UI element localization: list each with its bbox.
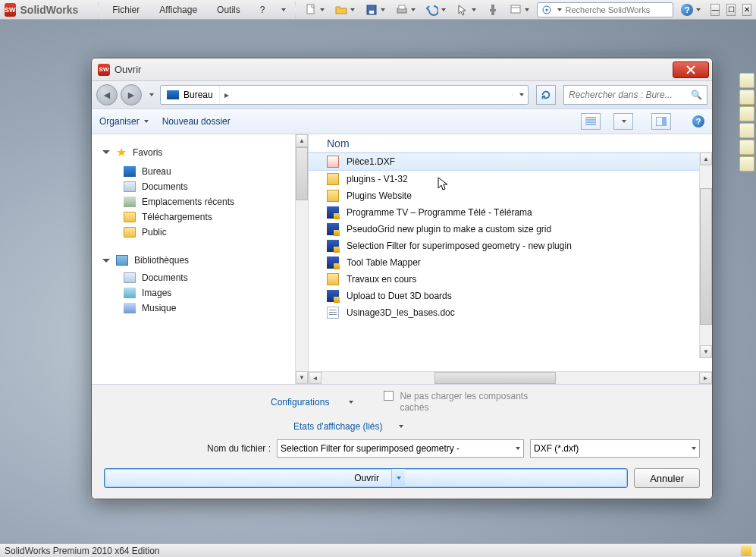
file-row[interactable]: Travaux en cours [309, 271, 712, 288]
scroll-track[interactable] [322, 372, 699, 384]
file-row[interactable]: Pièce1.DXF [309, 153, 712, 171]
files-hscrollbar[interactable]: ◄ ► [309, 371, 712, 384]
tree-group-favorites[interactable]: ★ Favoris [102, 145, 305, 159]
options-button[interactable] [507, 2, 532, 17]
taskpane-appearances-icon[interactable] [739, 140, 754, 155]
dialog-search-input[interactable] [569, 90, 688, 100]
dont-load-hidden-checkbox[interactable]: Ne pas charger les composants cachés [384, 391, 529, 414]
taskpane-custom-props-icon[interactable] [739, 156, 754, 172]
window-restore-button[interactable]: ☐ [726, 4, 736, 16]
cancel-button[interactable]: Annuler [634, 468, 700, 488]
taskpane-view-palette-icon[interactable] [739, 123, 754, 138]
svg-rect-5 [491, 5, 494, 9]
window-close-button[interactable]: ✕ [742, 4, 751, 16]
change-view-dropdown[interactable] [613, 113, 633, 130]
menu-fichier[interactable]: Fichier [105, 2, 147, 17]
help-button[interactable]: ? [678, 2, 704, 17]
display-states-dropdown[interactable]: Etats d'affichage (liés) [293, 421, 403, 432]
new-folder-button[interactable]: Nouveau dossier [162, 116, 231, 127]
tree-item-bureau[interactable]: Bureau [104, 164, 305, 179]
file-row[interactable]: Selection Filter for superimposed geomet… [309, 238, 712, 254]
open-button[interactable] [332, 2, 358, 17]
address-dropdown[interactable] [513, 93, 528, 96]
organise-button[interactable]: Organiser [99, 116, 149, 127]
solidworks-search-input[interactable] [565, 5, 670, 14]
scroll-down-button[interactable]: ▼ [700, 345, 712, 358]
nav-history-dropdown[interactable] [146, 84, 155, 105]
preview-pane-button[interactable] [651, 113, 671, 130]
dialog-close-button[interactable] [673, 61, 709, 78]
menu-outils[interactable]: Outils [209, 2, 248, 17]
solidworks-search[interactable] [537, 2, 673, 17]
scroll-down-button[interactable]: ▼ [296, 371, 308, 384]
scroll-thumb[interactable] [700, 188, 712, 325]
file-row[interactable]: Tool Table Mapper [309, 254, 712, 271]
menu-help[interactable]: ? [253, 2, 273, 17]
select-button[interactable] [453, 2, 479, 17]
taskpane-file-explorer-icon[interactable] [739, 106, 754, 121]
search-icon[interactable]: 🔍 [691, 90, 702, 100]
filetype-combo[interactable]: DXF (*.dxf) [530, 439, 700, 458]
tree-item-lib-images[interactable]: Images [104, 285, 305, 301]
svg-rect-4 [399, 5, 405, 9]
checkbox-icon[interactable] [384, 391, 394, 401]
scroll-thumb[interactable] [296, 147, 308, 200]
tree-item-lib-documents[interactable]: Documents [104, 270, 305, 285]
window-minimize-button[interactable]: — [711, 4, 720, 16]
file-row[interactable]: PseudoGrid new plugin to make a custom s… [309, 221, 712, 238]
menu-affichage[interactable]: Affichage [152, 2, 205, 17]
address-bar[interactable]: Bureau ▸ [160, 85, 529, 105]
tree-group-label: Bibliothèques [134, 255, 189, 266]
tree-item-documents[interactable]: Documents [104, 179, 305, 194]
chevron-down-icon[interactable] [557, 8, 562, 11]
refresh-button[interactable] [536, 85, 556, 105]
new-document-button[interactable] [302, 2, 328, 17]
file-row[interactable]: Programme TV – Programme Télé - Télérama [309, 204, 712, 221]
save-button[interactable] [362, 2, 388, 17]
folder-icon [124, 227, 136, 238]
tree-item-lib-music[interactable]: Musique [104, 301, 305, 316]
configurations-dropdown[interactable]: Configurations [271, 397, 353, 408]
open-button-dropdown[interactable] [391, 469, 405, 487]
nav-forward-button[interactable]: ► [121, 84, 142, 105]
tree-item-public[interactable]: Public [104, 225, 305, 240]
tree-group-libraries[interactable]: Bibliothèques [102, 255, 305, 266]
column-header-name[interactable]: Nom [309, 134, 712, 153]
breadcrumb-bureau[interactable]: Bureau [161, 86, 220, 104]
breadcrumb-chevron-icon[interactable]: ▸ [220, 90, 234, 100]
rebuild-button[interactable] [484, 2, 502, 17]
scroll-left-button[interactable]: ◄ [309, 372, 322, 384]
tree-scrollbar[interactable]: ▲ ▼ [295, 134, 308, 384]
tree-expand-icon[interactable] [102, 150, 110, 154]
file-row[interactable]: Plugins Website [309, 187, 712, 204]
chevron-down-icon[interactable] [692, 447, 696, 450]
tag-icon[interactable] [741, 546, 751, 556]
tree-item-recent[interactable]: Emplacements récents [104, 194, 305, 209]
dialog-search[interactable]: 🔍 [563, 85, 707, 105]
chevron-down-icon[interactable] [516, 447, 520, 450]
taskpane-resources-icon[interactable] [739, 73, 754, 88]
dialog-help-button[interactable]: ? [692, 115, 704, 127]
tree-item-downloads[interactable]: Téléchargements [104, 209, 305, 225]
libraries-icon [116, 255, 128, 266]
svg-rect-6 [490, 9, 496, 11]
file-row[interactable]: plugins - V1-32 [309, 171, 712, 187]
open-button[interactable]: Ouvrir [104, 468, 628, 488]
undo-button[interactable] [423, 2, 449, 17]
file-row[interactable]: Usinage3D_les_bases.doc [309, 304, 712, 321]
menu-help-dropdown[interactable] [277, 7, 289, 13]
filename-combo[interactable]: Selection Filter for superimposed geomet… [277, 439, 524, 458]
dialog-titlebar[interactable]: SW Ouvrir [92, 58, 712, 81]
scroll-right-button[interactable]: ► [699, 372, 712, 384]
tree-expand-icon[interactable] [102, 259, 110, 263]
taskpane-design-library-icon[interactable] [739, 90, 754, 105]
nav-back-button[interactable]: ◄ [96, 84, 118, 105]
scroll-up-button[interactable]: ▲ [700, 153, 712, 165]
print-button[interactable] [393, 2, 419, 17]
scroll-up-button[interactable]: ▲ [296, 134, 308, 147]
change-view-button[interactable] [581, 113, 601, 130]
file-list[interactable]: Pièce1.DXFplugins - V1-32Plugins Website… [309, 153, 712, 371]
files-vscrollbar[interactable]: ▲ ▼ [699, 153, 712, 358]
file-row[interactable]: Upload to Duet 3D boards [309, 288, 712, 304]
scroll-thumb[interactable] [434, 372, 556, 384]
